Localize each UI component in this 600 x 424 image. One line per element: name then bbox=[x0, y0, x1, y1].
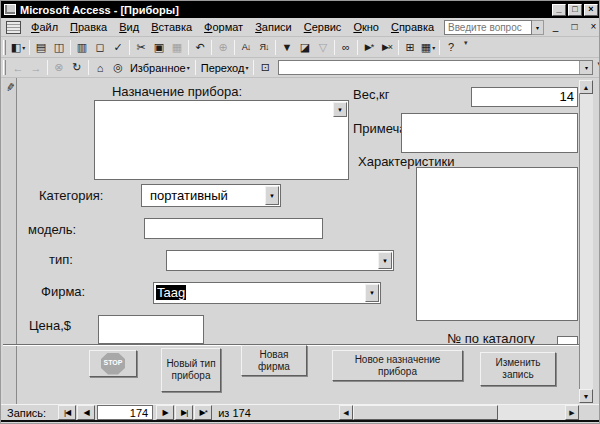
window-bottom-border bbox=[1, 420, 600, 422]
weight-label: Вес,кг bbox=[353, 87, 389, 102]
home-icon[interactable]: ⌂ bbox=[91, 59, 109, 76]
filter-by-form-icon[interactable]: ◪ bbox=[296, 39, 314, 56]
weight-field[interactable]: 14 bbox=[471, 87, 578, 107]
previous-record-icon[interactable]: ◀ bbox=[77, 405, 95, 420]
spelling-icon[interactable]: ✓ bbox=[109, 39, 127, 56]
doc-minimize-icon[interactable]: _ bbox=[548, 21, 563, 34]
help-icon[interactable]: ? bbox=[442, 39, 460, 56]
minimize-icon[interactable]: _ bbox=[552, 4, 566, 16]
scroll-down-icon[interactable]: ▼ bbox=[579, 389, 593, 403]
type-dropdown-icon[interactable]: ▼ bbox=[378, 252, 392, 269]
show-web-toolbar-icon[interactable]: ⊡ bbox=[256, 59, 274, 76]
file-search-icon[interactable]: ◫ bbox=[50, 39, 68, 56]
first-record-icon[interactable]: |◀ bbox=[58, 405, 76, 420]
menu-edit[interactable]: Правка bbox=[64, 19, 113, 35]
go-menu[interactable]: Переход▾ bbox=[198, 62, 252, 74]
print-preview-icon[interactable]: ◻ bbox=[91, 39, 109, 56]
view-icon[interactable]: ◧▾ bbox=[9, 39, 27, 56]
next-record-icon[interactable]: ▶ bbox=[156, 405, 174, 420]
price-field[interactable] bbox=[98, 315, 204, 344]
scroll-left-icon[interactable]: ◀ bbox=[339, 405, 353, 420]
menu-records[interactable]: Записи bbox=[249, 19, 298, 35]
access-app-icon bbox=[4, 4, 16, 15]
address-combo[interactable]: ▾ bbox=[278, 60, 593, 75]
firm-label: Фирма: bbox=[41, 284, 85, 299]
find-icon[interactable]: ∞ bbox=[337, 39, 355, 56]
doc-restore-icon[interactable]: □ bbox=[567, 21, 582, 34]
purpose-dropdown-icon[interactable]: ▼ bbox=[333, 102, 347, 117]
toolbar-grip[interactable] bbox=[3, 40, 6, 55]
edit-record-button[interactable]: Изменить запись bbox=[480, 352, 556, 386]
forward-icon: → bbox=[27, 59, 45, 76]
firm-dropdown-icon[interactable]: ▼ bbox=[365, 284, 379, 302]
new-record-icon[interactable]: ▶* bbox=[360, 39, 378, 56]
stop-load-icon: ⊗ bbox=[50, 59, 68, 76]
new-record-nav-icon[interactable]: ▶* bbox=[194, 405, 212, 420]
menu-file[interactable]: Файл bbox=[25, 19, 64, 35]
type-combo[interactable]: ▼ bbox=[166, 250, 394, 271]
ask-question-input[interactable] bbox=[444, 20, 532, 35]
hyperlink-icon: ⊕ bbox=[214, 39, 232, 56]
maximize-icon[interactable]: □ bbox=[568, 4, 582, 16]
category-dropdown-icon[interactable]: ▼ bbox=[265, 186, 279, 205]
category-combo[interactable]: портативный ▼ bbox=[141, 184, 281, 207]
web-search-icon[interactable]: ◎ bbox=[109, 59, 127, 76]
web-toolbar: ← → ⊗ ↻ ⌂ ◎ Избранное▾ Переход▾ ⊡ ▾ ▾ bbox=[1, 58, 600, 78]
undo-icon[interactable]: ↶ bbox=[191, 39, 209, 56]
new-object-icon[interactable]: ▦▾ bbox=[419, 39, 437, 56]
toolbar-options-icon[interactable]: ▾ bbox=[464, 37, 468, 47]
vertical-scrollbar-track[interactable] bbox=[579, 94, 593, 389]
menu-bar: Файл Правка Вид Вставка Формат Записи Се… bbox=[1, 18, 600, 37]
current-record-input[interactable]: 174 bbox=[97, 405, 153, 420]
last-record-icon[interactable]: ▶| bbox=[175, 405, 193, 420]
menu-window[interactable]: Окно bbox=[347, 19, 385, 35]
copy-icon[interactable]: ▣ bbox=[150, 39, 168, 56]
price-label: Цена,$ bbox=[29, 318, 71, 333]
access-window: Microsoft Access - [Приборы] _ □ × Файл … bbox=[0, 0, 600, 424]
stop-button[interactable]: STOP bbox=[89, 350, 137, 377]
new-purpose-button[interactable]: Новое назначение прибора bbox=[332, 350, 463, 381]
note2-field[interactable] bbox=[401, 113, 578, 153]
database-window-icon[interactable]: ⊞ bbox=[401, 39, 419, 56]
ask-question-dropdown-icon[interactable]: ▾ bbox=[532, 20, 544, 35]
scroll-up-icon[interactable]: ▲ bbox=[579, 80, 593, 94]
close-icon[interactable]: × bbox=[584, 4, 598, 16]
stop-sign-icon: STOP bbox=[101, 353, 125, 375]
refresh-icon[interactable]: ↻ bbox=[68, 59, 86, 76]
menu-tools[interactable]: Сервис bbox=[298, 19, 348, 35]
form-view-icon bbox=[6, 21, 21, 34]
print-icon[interactable]: ▥ bbox=[73, 39, 91, 56]
menu-format[interactable]: Формат bbox=[198, 19, 249, 35]
menu-view[interactable]: Вид bbox=[113, 19, 145, 35]
toolbar-grip[interactable] bbox=[3, 60, 6, 75]
address-dropdown-icon[interactable]: ▾ bbox=[579, 61, 592, 74]
sort-ascending-icon[interactable]: А↓ bbox=[237, 39, 255, 56]
form-view-toolbar: ◧▾ ▤ ◫ ▥ ◻ ✓ ✂ ▣ ▦ ↶ ⊕ А↓ Я↓ ▼ ◪ ▽ ∞ ▶* … bbox=[1, 37, 600, 58]
purpose-label: Назначение прибора: bbox=[97, 84, 257, 99]
scroll-right-icon[interactable]: ▶ bbox=[565, 405, 579, 420]
model-field[interactable] bbox=[144, 218, 323, 239]
doc-close-icon[interactable]: × bbox=[586, 21, 600, 34]
save-icon[interactable]: ▤ bbox=[32, 39, 50, 56]
category-label: Категория: bbox=[39, 188, 103, 203]
record-nav-label: Запись: bbox=[1, 407, 50, 419]
favorites-menu[interactable]: Избранное▾ bbox=[127, 62, 193, 74]
window-title: Microsoft Access - [Приборы] bbox=[20, 4, 179, 16]
menu-insert[interactable]: Вставка bbox=[145, 19, 198, 35]
paste-icon: ▦ bbox=[168, 39, 186, 56]
specs-field[interactable] bbox=[416, 167, 578, 321]
type-label: тип: bbox=[49, 252, 73, 267]
horizontal-scrollbar-thumb[interactable] bbox=[353, 405, 498, 420]
menu-help[interactable]: Справка bbox=[385, 19, 440, 35]
record-selector-bar[interactable]: ✎ bbox=[3, 78, 17, 404]
new-device-type-button[interactable]: Новый тип прибора bbox=[161, 348, 221, 392]
sort-descending-icon[interactable]: Я↓ bbox=[255, 39, 273, 56]
cut-icon[interactable]: ✂ bbox=[132, 39, 150, 56]
delete-record-icon[interactable]: ▶× bbox=[378, 39, 396, 56]
filter-by-selection-icon[interactable]: ▼ bbox=[278, 39, 296, 56]
catalog-label: № по каталогу bbox=[421, 331, 561, 344]
form-detail-area: ✎ Назначение прибора: ▼ Вес,кг 14 Примеч… bbox=[1, 78, 600, 404]
firm-combo[interactable]: Taag ▼ bbox=[153, 282, 381, 304]
purpose-combo[interactable]: ▼ bbox=[94, 100, 349, 180]
new-firm-button[interactable]: Новая фирма bbox=[241, 345, 307, 376]
